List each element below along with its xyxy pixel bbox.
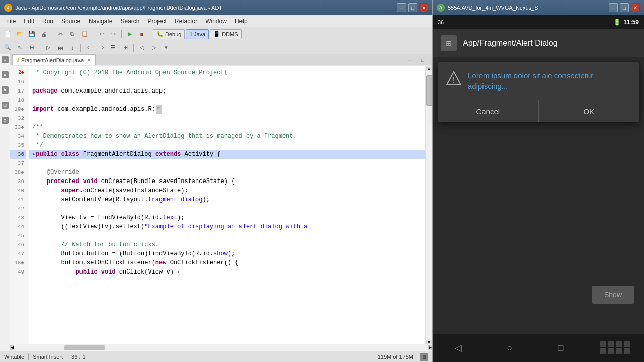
sep5 (40, 44, 40, 52)
recent-icon: □ (558, 343, 564, 353)
menu-search[interactable]: Search (116, 17, 143, 26)
code-line-35: */ (29, 141, 425, 150)
menu-navigate[interactable]: Navigate (85, 17, 116, 26)
zoom-in-button[interactable]: 🔍 (2, 42, 13, 53)
h-scroll-right[interactable]: ▶ (428, 345, 432, 350)
new-button[interactable]: 📄 (2, 29, 13, 40)
menu-refactor[interactable]: Refactor (171, 17, 201, 26)
play-button[interactable]: ▷ (43, 42, 54, 53)
maximize-editor-button[interactable]: □ (417, 54, 428, 65)
code-line-44: ((TextView)tv).setText("Example of displ… (29, 222, 425, 231)
step-over-button[interactable]: ⤵ (67, 42, 78, 53)
java-persp-label: Java (194, 31, 205, 37)
horizontal-scrollbar[interactable]: ◀ ▶ (10, 344, 432, 351)
code-line-18 (29, 96, 425, 105)
menu-help[interactable]: Help (231, 17, 252, 26)
fold-triangle[interactable]: ▸ (32, 150, 36, 159)
task-icon[interactable]: ☑ (2, 102, 9, 109)
redo-button[interactable]: ↪ (108, 29, 119, 40)
alert-buttons: Cancel OK (438, 100, 639, 122)
debug-perspective[interactable]: 🐛 Debug (153, 29, 185, 39)
step-button[interactable]: ⏭ (55, 42, 66, 53)
java-file-icon: J (17, 57, 19, 63)
gc-button[interactable]: 🗑 (420, 353, 428, 361)
open-button[interactable]: 📂 (14, 29, 25, 40)
sep1 (52, 30, 52, 38)
signal-strength: 36 (438, 19, 444, 25)
run-button[interactable]: ▶ (124, 29, 135, 40)
system-clock: 11:59 (623, 19, 639, 26)
minimize-editor-button[interactable]: ─ (404, 54, 415, 65)
menu-project[interactable]: Project (143, 17, 170, 26)
vertical-scrollbar[interactable]: ▲ ▼ (425, 66, 432, 344)
code-line-32 (29, 114, 425, 123)
status-mode: Writable (4, 354, 24, 360)
list-button[interactable]: ☰ (108, 42, 119, 53)
recent-apps-button[interactable]: □ (549, 339, 573, 357)
fold-marker[interactable]: { (224, 68, 227, 77)
cursor-box: □ (156, 105, 162, 114)
android-maximize-button[interactable]: □ (620, 3, 629, 12)
android-title-bar: A 5554:AVD_for_4in_WVGA_Nexus_S ─ □ ✕ (433, 0, 644, 15)
file-tab-close-icon[interactable]: ✕ (87, 58, 91, 63)
menu-source[interactable]: Source (57, 17, 85, 26)
show-button[interactable]: Show (592, 286, 634, 304)
grid-button[interactable]: ⊞ (120, 42, 131, 53)
breakpoint-icon[interactable]: ● (2, 71, 9, 78)
close-button[interactable]: ✕ (419, 3, 428, 12)
android-icon: A (437, 4, 445, 12)
scroll-down-button[interactable]: ▼ (426, 340, 432, 344)
back-nav-button[interactable]: ◁ (136, 42, 147, 53)
menu-window[interactable]: Window (201, 17, 231, 26)
code-line-42 (29, 204, 425, 213)
copy-button[interactable]: ⧉ (67, 29, 78, 40)
minimize-button[interactable]: ─ (397, 3, 406, 12)
app-bar-icon: ⊞ (441, 35, 457, 51)
ddms-perspective[interactable]: 📱 DDMS (210, 29, 242, 39)
h-scroll-left[interactable]: ◀ (10, 345, 14, 350)
svg-text:!: ! (453, 76, 455, 84)
menu-run[interactable]: Run (38, 17, 57, 26)
editor-area: ≡ ● ⚑ ☑ ⚙ J FragmentAlertDialog.java ✕ ─… (0, 54, 432, 351)
h-scroll-thumb[interactable] (64, 345, 105, 350)
code-line-43: View tv = findViewById(R.id.text); (29, 213, 425, 222)
paste-button[interactable]: 📋 (79, 29, 90, 40)
format-button[interactable]: ⇐ (84, 42, 95, 53)
align-button[interactable]: ⊞ (26, 42, 37, 53)
print-button[interactable]: 🖨 (38, 29, 49, 40)
alert-cancel-button[interactable]: Cancel (438, 100, 539, 122)
back-button[interactable]: ◁ (446, 339, 470, 357)
android-minimize-button[interactable]: ─ (609, 3, 618, 12)
android-simulator-panel: A 5554:AVD_for_4in_WVGA_Nexus_S ─ □ ✕ 36… (433, 0, 644, 362)
code-line-33: /** (29, 123, 425, 132)
code-line-17: package com.example.android.apis.app; (29, 86, 425, 96)
home-button[interactable]: ○ (498, 339, 522, 357)
android-close-button[interactable]: ✕ (631, 3, 640, 12)
bookmark-icon[interactable]: ⚑ (2, 86, 9, 94)
select-button[interactable]: ↖ (14, 42, 25, 53)
alert-ok-button[interactable]: OK (539, 100, 639, 122)
save-button[interactable]: 💾 (26, 29, 37, 40)
cut-button[interactable]: ✂ (55, 29, 66, 40)
java-persp-icon: J (189, 31, 192, 37)
forward-nav-button[interactable]: ▷ (148, 42, 159, 53)
code-content[interactable]: * Copyright (C) 2010 The Android Open So… (29, 66, 425, 344)
scroll-thumb[interactable] (426, 75, 432, 106)
settings-view-icon[interactable]: ⚙ (2, 117, 9, 124)
undo-button[interactable]: ↩ (96, 29, 107, 40)
file-tab-fragmentalertdialog[interactable]: J FragmentAlertDialog.java ✕ (12, 54, 96, 65)
code-line-40: super.onCreate(savedInstanceState); (29, 186, 425, 195)
menu-file[interactable]: File (2, 17, 20, 26)
menu-edit[interactable]: Edit (20, 17, 38, 26)
outline-icon[interactable]: ≡ (2, 56, 9, 63)
stop-button[interactable]: ■ (136, 29, 147, 40)
indent-button[interactable]: ⇒ (96, 42, 107, 53)
android-screen: 36 🔋 11:59 ⊞ App/Fragment/Alert Dialog E… (433, 15, 644, 362)
code-line-19: import com.example.android.apis.R; □ (29, 105, 425, 114)
ide-title: Java - ApiDemos/src/com/example/android/… (15, 5, 394, 11)
maximize-button[interactable]: □ (408, 3, 417, 12)
nav-dropdown-button[interactable]: ▾ (160, 42, 172, 53)
code-editor[interactable]: 2◆ 16 17 18 19◆ 32 33◆ 34 35 36 37 38◆ 3… (10, 66, 432, 344)
scroll-up-button[interactable]: ▲ (426, 66, 432, 70)
java-perspective[interactable]: J Java (186, 29, 209, 39)
